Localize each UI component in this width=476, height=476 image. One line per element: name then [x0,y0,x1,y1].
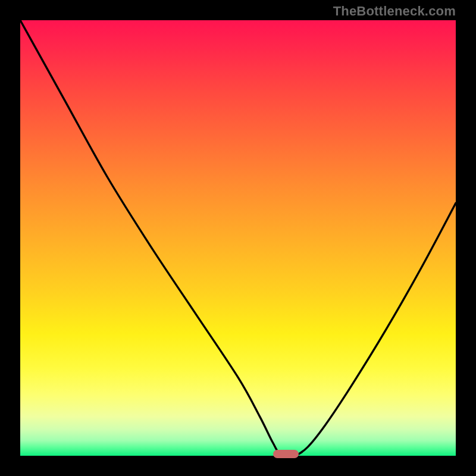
bottleneck-curve [20,20,456,456]
watermark-text: TheBottleneck.com [333,4,456,19]
plot-area [20,20,456,456]
optimal-marker [273,450,299,458]
chart-frame: TheBottleneck.com [0,0,476,476]
